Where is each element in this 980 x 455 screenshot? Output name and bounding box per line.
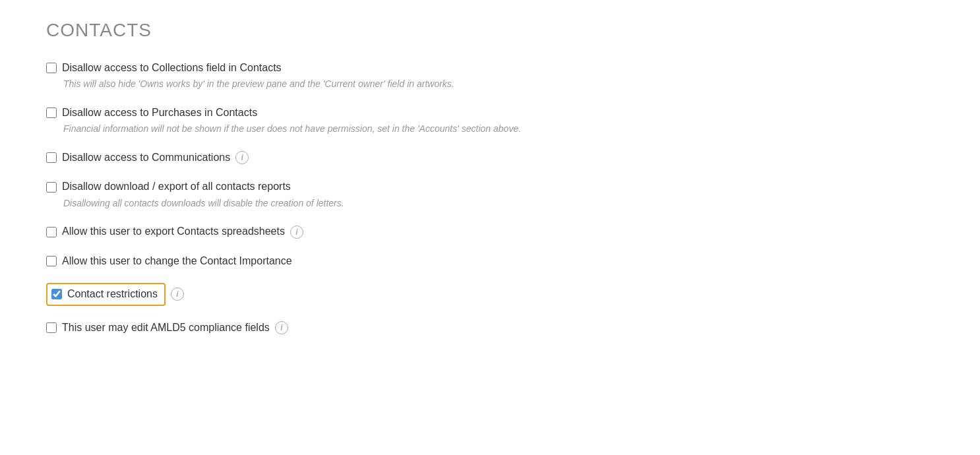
info-icon-allow-export-spreadsheets[interactable]: i — [290, 226, 303, 239]
info-icon-disallow-communications[interactable]: i — [235, 151, 249, 164]
option-group-allow-change-importance: Allow this user to change the Contact Im… — [46, 254, 934, 268]
option-row-allow-change-importance: Allow this user to change the Contact Im… — [46, 254, 934, 268]
checkbox-amld5-compliance[interactable] — [46, 322, 57, 333]
option-group-disallow-communications: Disallow access to Communicationsi — [46, 150, 934, 165]
option-row-contact-restrictions: Contact restrictionsi — [46, 283, 934, 305]
description-disallow-download: Disallowing all contacts downloads will … — [63, 197, 934, 210]
description-disallow-purchases: Financial information will not be shown … — [63, 123, 934, 136]
checkbox-contact-restrictions[interactable] — [51, 289, 62, 299]
options-list: Disallow access to Collections field in … — [46, 61, 934, 335]
label-disallow-collections[interactable]: Disallow access to Collections field in … — [62, 61, 282, 75]
option-group-amld5-compliance: This user may edit AMLD5 compliance fiel… — [46, 320, 934, 335]
label-contact-restrictions[interactable]: Contact restrictions — [67, 287, 158, 301]
checkbox-disallow-purchases[interactable] — [46, 107, 57, 118]
label-disallow-communications[interactable]: Disallow access to Communications — [62, 150, 230, 165]
checkbox-disallow-communications[interactable] — [46, 152, 57, 163]
option-row-disallow-communications: Disallow access to Communicationsi — [46, 150, 934, 165]
section-title: CONTACTS — [46, 20, 934, 41]
option-row-disallow-download: Disallow download / export of all contac… — [46, 179, 934, 194]
label-disallow-purchases[interactable]: Disallow access to Purchases in Contacts — [62, 106, 257, 120]
label-allow-change-importance[interactable]: Allow this user to change the Contact Im… — [62, 254, 292, 268]
option-group-contact-restrictions: Contact restrictionsi — [46, 283, 934, 305]
checkbox-allow-change-importance[interactable] — [46, 256, 57, 266]
option-group-allow-export-spreadsheets: Allow this user to export Contacts sprea… — [46, 224, 934, 239]
option-row-amld5-compliance: This user may edit AMLD5 compliance fiel… — [46, 320, 934, 335]
label-disallow-download[interactable]: Disallow download / export of all contac… — [62, 179, 291, 194]
option-row-disallow-collections: Disallow access to Collections field in … — [46, 61, 934, 75]
checkbox-disallow-collections[interactable] — [46, 63, 57, 73]
checkbox-disallow-download[interactable] — [46, 182, 57, 193]
checkbox-allow-export-spreadsheets[interactable] — [46, 227, 57, 237]
contact-restrictions-highlight-box: Contact restrictions — [46, 283, 166, 305]
option-group-disallow-purchases: Disallow access to Purchases in Contacts… — [46, 106, 934, 136]
description-disallow-collections: This will also hide 'Owns works by' in t… — [63, 78, 934, 91]
option-group-disallow-collections: Disallow access to Collections field in … — [46, 61, 934, 91]
info-icon-amld5-compliance[interactable]: i — [275, 321, 288, 334]
label-amld5-compliance[interactable]: This user may edit AMLD5 compliance fiel… — [62, 320, 270, 335]
option-row-allow-export-spreadsheets: Allow this user to export Contacts sprea… — [46, 224, 934, 239]
label-allow-export-spreadsheets[interactable]: Allow this user to export Contacts sprea… — [62, 224, 285, 239]
option-group-disallow-download: Disallow download / export of all contac… — [46, 179, 934, 210]
option-row-disallow-purchases: Disallow access to Purchases in Contacts — [46, 106, 934, 120]
info-icon-contact-restrictions[interactable]: i — [171, 288, 184, 301]
